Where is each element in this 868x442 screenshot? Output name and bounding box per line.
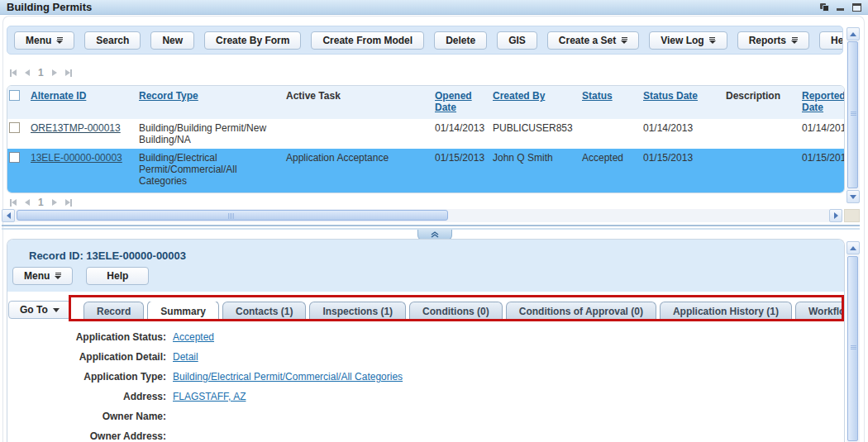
tab-inspections[interactable]: Inspections (1) [309, 302, 406, 321]
record-help-button[interactable]: Help [86, 267, 149, 285]
window-utility-icon[interactable] [820, 3, 829, 12]
previous-page-icon[interactable] [25, 199, 30, 206]
search-button[interactable]: Search [84, 31, 141, 50]
created-by-cell: PUBLICUSER853 [493, 122, 573, 134]
opened-date-cell: 01/14/2013 [435, 122, 484, 134]
row-checkbox[interactable] [9, 152, 20, 163]
create-by-form-button[interactable]: Create By Form [204, 31, 301, 50]
list-vertical-scrollbar[interactable] [847, 27, 860, 203]
record-detail-header: Record ID: 13ELE-00000-00003 Menu Help [7, 240, 844, 292]
application-detail-link[interactable]: Detail [173, 351, 198, 363]
field-row: Application Type: Building/Electrical Pe… [7, 367, 586, 387]
field-row: Application Detail: Detail [7, 347, 586, 367]
gis-button[interactable]: GIS [497, 31, 537, 50]
delete-button[interactable]: Delete [434, 31, 487, 50]
dropdown-arrow-icon [791, 37, 798, 44]
status-date-cell: 01/14/2013 [643, 122, 693, 134]
active-task-cell: Application Acceptance [286, 152, 389, 164]
list-horizontal-scrollbar[interactable] [2, 209, 842, 222]
record-row-selected[interactable]: 13ELE-00000-00003 Building/Electrical Pe… [7, 149, 844, 193]
last-page-icon[interactable] [65, 199, 72, 207]
sort-status-date[interactable]: Status Date [643, 90, 698, 102]
new-button[interactable]: New [150, 31, 194, 50]
tab-summary[interactable]: Summary [147, 302, 219, 321]
reported-date-cell: 01/15/2013 [802, 152, 845, 164]
detail-vertical-scrollbar[interactable] [847, 241, 860, 442]
main-toolbar: Menu Search New Create By Form Create Fr… [7, 26, 843, 55]
menu-button[interactable]: Menu [14, 31, 74, 50]
dropdown-arrow-icon [709, 37, 716, 44]
record-id-link[interactable]: 13ELE-00000-00003 [31, 152, 122, 164]
maximize-icon[interactable] [852, 3, 861, 12]
select-all-checkbox[interactable] [9, 90, 20, 101]
help-button[interactable]: Help [819, 31, 843, 50]
row-checkbox[interactable] [9, 122, 20, 133]
minimize-icon[interactable] [837, 3, 845, 12]
field-label: Application Type: [7, 367, 173, 387]
sort-status[interactable]: Status [582, 90, 613, 102]
window-controls [820, 3, 861, 12]
sort-created-by[interactable]: Created By [493, 90, 545, 102]
scroll-down-icon[interactable] [847, 190, 860, 203]
scrollbar-thumb[interactable] [847, 41, 858, 188]
column-active-task: Active Task [286, 90, 341, 102]
record-row[interactable]: ORE13TMP-000013 Building/Building Permit… [7, 119, 844, 149]
scrollbar-thumb[interactable] [17, 210, 448, 221]
page-number: 1 [38, 197, 44, 208]
record-type-cell: Building/Electrical Permit/Commercial/Al… [139, 152, 237, 187]
dropdown-arrow-icon [621, 37, 627, 44]
create-from-model-button[interactable]: Create From Model [311, 31, 424, 50]
record-tabs: Record Summary Contacts (1) Inspections … [83, 302, 845, 322]
first-page-icon[interactable] [10, 69, 17, 77]
record-type-cell: Building/Building Permit/New Building/NA [139, 122, 266, 145]
tab-application-history[interactable]: Application History (1) [660, 302, 792, 321]
address-link[interactable]: FLAGSTAFF, AZ [173, 391, 246, 402]
application-type-link[interactable]: Building/Electrical Permit/Commercial/Al… [173, 371, 403, 383]
page-number: 1 [38, 67, 44, 78]
scroll-right-icon[interactable] [829, 209, 842, 222]
view-log-button[interactable]: View Log [649, 31, 727, 50]
tab-conditions[interactable]: Conditions (0) [409, 302, 503, 321]
next-page-icon[interactable] [52, 199, 57, 206]
previous-page-icon[interactable] [25, 69, 30, 76]
scroll-up-icon[interactable] [847, 27, 860, 40]
record-id-title: Record ID: 13ELE-00000-00003 [29, 250, 186, 262]
field-row: Address: FLAGSTAFF, AZ [7, 387, 586, 406]
go-to-button[interactable]: Go To [8, 301, 71, 319]
sort-reported-date[interactable]: Reported Date [802, 90, 845, 113]
next-page-icon[interactable] [52, 69, 57, 76]
scroll-left-icon[interactable] [2, 209, 15, 222]
first-page-icon[interactable] [10, 199, 17, 207]
column-description: Description [726, 90, 780, 102]
tab-workflow[interactable]: Workflow [795, 302, 845, 321]
building-permits-window: Building Permits Menu Search New Create … [0, 0, 868, 442]
dropdown-arrow-icon [55, 273, 61, 279]
tab-contacts[interactable]: Contacts (1) [222, 302, 306, 321]
opened-date-cell: 01/15/2013 [435, 152, 484, 164]
pagination-bottom: 1 [10, 197, 72, 208]
pagination-top: 1 [10, 67, 72, 78]
tab-conditions-of-approval[interactable]: Conditions of Approval (0) [506, 302, 656, 321]
field-label: Address: [7, 387, 173, 406]
dropdown-caret-icon [53, 308, 60, 312]
field-row: Owner Name: [7, 406, 586, 426]
sort-record-type[interactable]: Record Type [139, 90, 198, 102]
sort-alternate-id[interactable]: Alternate ID [31, 90, 86, 102]
dropdown-arrow-icon [56, 37, 63, 44]
summary-fields: Application Status: Accepted Application… [7, 327, 586, 442]
record-id-link[interactable]: ORE13TMP-000013 [31, 122, 121, 134]
sort-opened-date[interactable]: Opened Date [435, 90, 472, 113]
reports-button[interactable]: Reports [737, 31, 809, 50]
status-cell: Accepted [582, 152, 623, 164]
tab-record[interactable]: Record [83, 302, 144, 321]
panel-splitter[interactable] [2, 225, 860, 226]
records-grid: Alternate ID Record Type Active Task Ope… [7, 85, 845, 193]
record-menu-button[interactable]: Menu [12, 267, 73, 285]
scrollbar-thumb[interactable] [847, 256, 858, 441]
last-page-icon[interactable] [65, 69, 72, 77]
reported-date-cell: 01/14/2013 [802, 122, 845, 134]
create-a-set-button[interactable]: Create a Set [547, 31, 639, 50]
grid-header-row: Alternate ID Record Type Active Task Ope… [7, 86, 844, 119]
application-status-link[interactable]: Accepted [173, 331, 214, 343]
scroll-up-icon[interactable] [847, 241, 860, 254]
